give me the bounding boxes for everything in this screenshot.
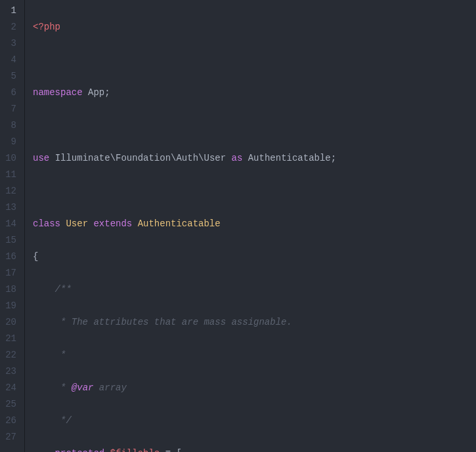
backslash: \ [110,153,116,163]
doc-tag-var: @var [72,382,94,393]
line-number: 24 [5,380,16,396]
code-line [33,52,336,68]
line-number: 2 [5,19,16,35]
code-line: <?php [33,19,336,35]
line-number: 3 [5,35,16,52]
line-number: 12 [5,183,16,199]
open-brace: { [33,251,38,262]
variable-fillable: $fillable [110,448,160,452]
line-number: 17 [5,265,16,281]
line-number: 14 [5,216,16,232]
doc-type: array [93,382,126,393]
namespace-part: Illuminate [55,153,110,163]
php-open-tag: <?php [33,22,60,32]
line-number: 10 [5,150,16,167]
code-line: * @var array [33,380,336,396]
line-number: 5 [5,68,16,85]
code-line: namespace App; [33,85,336,101]
line-number: 21 [5,331,16,347]
keyword-as: as [232,153,243,163]
namespace-part: User [204,153,226,163]
line-number: 20 [5,314,16,331]
open-bracket: [ [176,448,181,452]
keyword-class: class [33,218,60,229]
class-name: User [66,218,88,229]
code-line [33,117,336,134]
line-number: 8 [5,117,16,134]
docblock-star: * [55,382,72,393]
keyword-use: use [33,153,49,163]
parent-class: Authenticatable [138,218,221,229]
line-number: 18 [5,281,16,298]
line-number: 26 [5,413,16,429]
line-number: 6 [5,85,16,101]
line-number: 7 [5,101,16,117]
docblock-open: /** [55,284,72,295]
namespace-part: Auth [176,153,198,163]
code-line: */ [33,413,336,429]
code-line: protected $fillable = [ [33,445,336,452]
line-number: 9 [5,134,16,150]
keyword-extends: extends [93,218,132,229]
code-editor: 1234567891011121314151617181920212223242… [0,0,476,452]
line-number-gutter: 1234567891011121314151617181920212223242… [0,0,25,452]
docblock-line: * [55,350,66,360]
line-number: 1 [5,3,16,19]
code-line: * [33,347,336,363]
code-line: * The attributes that are mass assignabl… [33,314,336,331]
class-alias: Authenticatable [248,153,331,163]
keyword-namespace: namespace [33,87,83,98]
code-line: use Illuminate\Foundation\Auth\User as A… [33,150,336,167]
line-number: 22 [5,347,16,363]
line-number: 27 [5,429,16,445]
code-line: /** [33,281,336,298]
namespace-part: Foundation [116,153,171,163]
line-number: 4 [5,52,16,68]
line-number: 13 [5,199,16,216]
code-line: class User extends Authenticatable [33,216,336,232]
line-number: 11 [5,167,16,183]
line-number: 23 [5,363,16,380]
code-line [33,183,336,199]
namespace-name: App [88,87,104,98]
keyword-protected: protected [55,448,105,452]
line-number: 25 [5,396,16,413]
equals: = [160,448,176,452]
line-number: 15 [5,232,16,249]
docblock-close: */ [55,415,72,426]
line-number: 19 [5,298,16,314]
semicolon: ; [104,87,110,98]
docblock-line: * The attributes that are mass assignabl… [55,317,292,327]
semicolon: ; [331,153,336,163]
code-line: { [33,249,336,265]
code-content[interactable]: <?php namespace App; use Illuminate\Foun… [25,0,336,452]
line-number: 16 [5,249,16,265]
